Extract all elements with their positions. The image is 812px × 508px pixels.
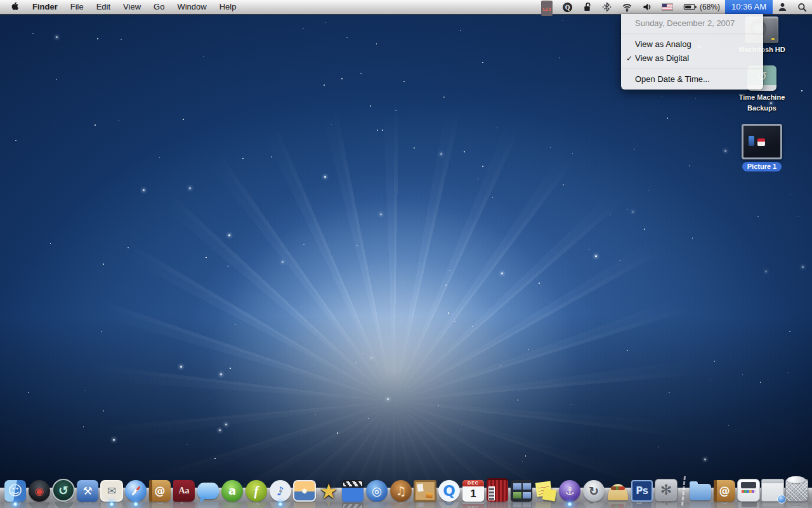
dock-item-system-preferences[interactable]: ✻✻ xyxy=(654,476,678,502)
menu-item-view-as-analog[interactable]: View as Analog xyxy=(621,37,763,51)
apple-menu[interactable] xyxy=(0,0,26,14)
icon-label: Picture 1 xyxy=(742,162,782,171)
star xyxy=(97,38,98,39)
star xyxy=(496,128,497,129)
dock-item-photo-booth[interactable] xyxy=(485,476,509,502)
star xyxy=(559,57,560,58)
status-volume[interactable] xyxy=(638,0,657,14)
dock-item-imovie[interactable] xyxy=(341,476,365,502)
system-preferences-glyph: ✻ xyxy=(660,483,672,497)
calendar-month-label: DEC xyxy=(462,480,484,486)
status-lcd-timer[interactable]: 123 xyxy=(536,0,558,14)
status-keychain[interactable] xyxy=(577,0,597,14)
menu-bar: FinderFileEditViewGoWindowHelp 123Q(68%)… xyxy=(0,0,812,15)
dock-item-taco[interactable] xyxy=(606,476,630,502)
dock-item-address-book[interactable]: @@ xyxy=(148,476,172,502)
minimized-window-icon xyxy=(761,479,784,502)
star xyxy=(368,418,369,420)
star xyxy=(517,399,518,401)
xcode-glyph: ⚒ xyxy=(82,486,92,497)
dock-item-dictionary[interactable]: AaAa xyxy=(172,476,196,502)
star xyxy=(228,265,229,267)
star xyxy=(214,458,216,459)
status-spotlight[interactable] xyxy=(792,0,812,14)
star xyxy=(32,33,34,34)
address-book-file-icon: @ xyxy=(714,480,735,502)
star xyxy=(550,147,551,148)
ship-game-icon: ⚓ xyxy=(559,480,580,502)
star xyxy=(387,398,389,400)
menu-item-label: Sunday, December 2, 2007 xyxy=(635,18,735,29)
dock-item-photoshop[interactable]: PsPs xyxy=(630,476,654,502)
dock-item-trash-full[interactable] xyxy=(785,476,809,502)
speaker-icon xyxy=(643,3,652,11)
status-clock[interactable]: 10:36 AM xyxy=(725,0,773,14)
finder-menu[interactable]: Finder xyxy=(26,0,64,14)
edit-menu[interactable]: Edit xyxy=(90,0,117,14)
dock-item-fission[interactable]: ff xyxy=(244,476,268,502)
garageband-glyph: ♫ xyxy=(395,485,406,497)
file-menu[interactable]: File xyxy=(64,0,90,14)
dock-item-documents-folder[interactable] xyxy=(688,476,712,502)
photo-booth-icon xyxy=(487,478,508,502)
dock-item-garageband[interactable]: ♫♫ xyxy=(389,476,413,502)
star xyxy=(95,124,96,126)
star xyxy=(228,234,230,236)
xcode-icon: ⚒ xyxy=(77,480,98,502)
menu-item-open-date-time[interactable]: Open Date & Time... xyxy=(621,72,763,86)
fission-glyph: f xyxy=(254,483,259,499)
dock-item-spaces[interactable] xyxy=(509,476,534,502)
star xyxy=(632,211,634,213)
isync-glyph: ↻ xyxy=(589,485,599,497)
dock-item-iphoto[interactable]: ✸✸ xyxy=(292,476,317,502)
status-battery[interactable]: (68%) xyxy=(678,0,725,14)
menu-item-label: View as Digital xyxy=(635,53,689,64)
dock-item-time-machine[interactable]: ↺↺ xyxy=(51,476,75,502)
dock-separator xyxy=(678,474,688,502)
dock-item-finder[interactable]: ☺☺ xyxy=(3,476,27,502)
status-input-source[interactable] xyxy=(657,0,678,14)
star xyxy=(324,84,325,86)
star xyxy=(525,455,527,457)
dock-item-printer-utility[interactable] xyxy=(737,476,761,502)
star xyxy=(370,105,371,107)
dock-item-safari[interactable]: ✦✦ xyxy=(124,476,148,502)
running-indicator-light xyxy=(278,502,283,507)
dock-item-ship-game[interactable]: ⚓⚓ xyxy=(558,476,582,502)
dock-item-imovie-hd[interactable]: ★★ xyxy=(317,476,341,502)
help-menu[interactable]: Help xyxy=(213,0,243,14)
dock-item-itunes[interactable]: ♪♪ xyxy=(268,476,292,502)
finder-icon: ☺ xyxy=(4,480,26,502)
dock-item-ical[interactable]: DEC1DEC1 xyxy=(461,476,485,502)
dock-item-ichat[interactable] xyxy=(196,476,220,502)
status-quicksilver[interactable]: Q xyxy=(558,0,577,14)
star xyxy=(56,79,57,80)
dock-item-isync[interactable]: ↻↻ xyxy=(582,476,606,502)
menu-item-view-as-digital[interactable]: ✓View as Digital xyxy=(621,51,763,65)
status-user-switching[interactable] xyxy=(773,0,792,14)
star xyxy=(728,425,730,426)
status-airport[interactable] xyxy=(617,0,638,14)
battery-icon xyxy=(683,3,698,11)
dock-item-quicktime[interactable]: QQ xyxy=(437,476,461,502)
menu-item-label: View as Analog xyxy=(635,39,691,50)
status-bluetooth[interactable] xyxy=(597,0,617,14)
finder-glyph: ☺ xyxy=(8,484,23,498)
dock-item-adium[interactable]: aa xyxy=(220,476,244,502)
dock-item-corkboard-pinboard[interactable] xyxy=(413,476,437,502)
star xyxy=(324,176,326,178)
dock-item-xcode[interactable]: ⚒⚒ xyxy=(75,476,100,502)
icon-label: Backups xyxy=(747,104,776,112)
dock-item-minimized-window[interactable] xyxy=(761,476,785,502)
dock-item-idvd[interactable]: ◎◎ xyxy=(365,476,389,502)
window-menu[interactable]: Window xyxy=(171,0,213,14)
dock-item-mail[interactable]: ✉✉ xyxy=(100,476,124,502)
desktop-icon-picture-1[interactable]: Picture 1 xyxy=(722,124,802,171)
dock-item-stickies[interactable] xyxy=(534,476,558,502)
dock-item-dashboard[interactable]: ◉◉ xyxy=(27,476,51,502)
dock-item-address-book-file[interactable]: @@ xyxy=(712,476,737,502)
iphoto-icon: ✸ xyxy=(293,480,316,502)
view-menu[interactable]: View xyxy=(117,0,147,14)
go-menu[interactable]: Go xyxy=(147,0,171,14)
printer-utility-icon xyxy=(737,479,760,502)
